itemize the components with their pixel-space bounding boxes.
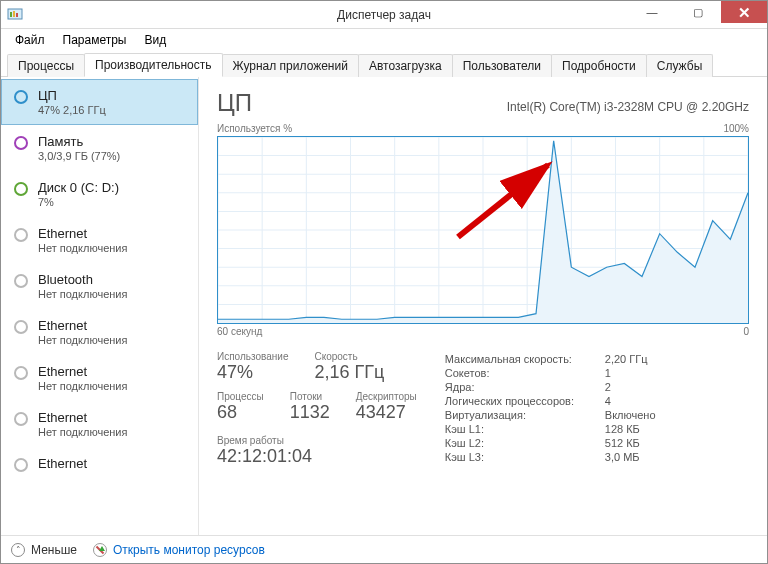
sidebar-item[interactable]: BluetoothНет подключения [1, 263, 198, 309]
sidebar-item-subtitle: 47% 2,16 ГГц [38, 104, 106, 116]
app-icon [7, 6, 23, 22]
virt-value: Включено [605, 409, 656, 421]
svg-rect-3 [16, 13, 18, 17]
tab-app-history[interactable]: Журнал приложений [222, 54, 359, 77]
maxspeed-label: Максимальная скорость: [445, 353, 605, 365]
handles-value: 43427 [356, 402, 417, 423]
sidebar-item-subtitle: 7% [38, 196, 119, 208]
sidebar-item[interactable]: Диск 0 (C: D:)7% [1, 171, 198, 217]
sidebar-item-title: Память [38, 134, 120, 149]
menu-file[interactable]: Файл [7, 31, 53, 49]
menubar: Файл Параметры Вид [1, 29, 767, 51]
stats-left: Использование47% Скорость2,16 ГГц Процес… [217, 351, 417, 467]
sidebar-item[interactable]: Память3,0/3,9 ГБ (77%) [1, 125, 198, 171]
l1-label: Кэш L1: [445, 423, 605, 435]
l2-label: Кэш L2: [445, 437, 605, 449]
maxspeed-value: 2,20 ГГц [605, 353, 648, 365]
cores-value: 2 [605, 381, 611, 393]
sidebar-item-title: Ethernet [38, 226, 127, 241]
chart-xleft: 60 секунд [217, 326, 262, 337]
page-title: ЦП [217, 89, 252, 117]
close-button[interactable]: ✕ [721, 1, 767, 23]
chart-ylabel: Используется % [217, 123, 292, 134]
tab-processes[interactable]: Процессы [7, 54, 85, 77]
main-panel: ЦП Intel(R) Core(TM) i3-2328M CPU @ 2.20… [199, 77, 767, 535]
resource-ring-icon [14, 366, 28, 380]
resource-ring-icon [14, 274, 28, 288]
usage-label: Использование [217, 351, 288, 362]
sidebar-item-subtitle: 3,0/3,9 ГБ (77%) [38, 150, 120, 162]
minimize-button[interactable]: — [629, 1, 675, 23]
cpu-chart[interactable] [217, 136, 749, 324]
sidebar-item-title: Ethernet [38, 410, 127, 425]
resource-ring-icon [14, 320, 28, 334]
window-controls: — ▢ ✕ [629, 1, 767, 23]
logical-label: Логических процессоров: [445, 395, 605, 407]
sidebar-item-title: Ethernet [38, 318, 127, 333]
sidebar-item-subtitle: Нет подключения [38, 334, 127, 346]
threads-value: 1132 [290, 402, 330, 423]
resource-ring-icon [14, 182, 28, 196]
maximize-button[interactable]: ▢ [675, 1, 721, 23]
logical-value: 4 [605, 395, 611, 407]
titlebar: Диспетчер задач — ▢ ✕ [1, 1, 767, 29]
threads-label: Потоки [290, 391, 330, 402]
sidebar-item-title: Ethernet [38, 364, 127, 379]
sidebar-item-title: ЦП [38, 88, 106, 103]
tab-users[interactable]: Пользователи [452, 54, 552, 77]
resource-ring-icon [14, 90, 28, 104]
uptime-value: 42:12:01:04 [217, 446, 417, 467]
sidebar-item[interactable]: EthernetНет подключения [1, 401, 198, 447]
resource-ring-icon [14, 412, 28, 426]
sidebar[interactable]: ЦП47% 2,16 ГГцПамять3,0/3,9 ГБ (77%)Диск… [1, 77, 199, 535]
sidebar-item-subtitle: Нет подключения [38, 242, 127, 254]
sidebar-item[interactable]: ЦП47% 2,16 ГГц [1, 79, 198, 125]
uptime-label: Время работы [217, 435, 417, 446]
cores-label: Ядра: [445, 381, 605, 393]
tab-services[interactable]: Службы [646, 54, 713, 77]
footer: ˄ Меньше Открыть монитор ресурсов [1, 535, 767, 563]
chart-xright: 0 [743, 326, 749, 337]
tab-details[interactable]: Подробности [551, 54, 647, 77]
resource-ring-icon [14, 458, 28, 472]
speed-label: Скорость [314, 351, 384, 362]
content: ЦП47% 2,16 ГГцПамять3,0/3,9 ГБ (77%)Диск… [1, 77, 767, 535]
sidebar-item[interactable]: EthernetНет подключения [1, 309, 198, 355]
l3-value: 3,0 МБ [605, 451, 640, 463]
sidebar-item-title: Bluetooth [38, 272, 127, 287]
stats-right: Максимальная скорость:2,20 ГГц Сокетов:1… [445, 353, 749, 467]
tabbar: Процессы Производительность Журнал прило… [1, 51, 767, 77]
tab-startup[interactable]: Автозагрузка [358, 54, 453, 77]
sidebar-item[interactable]: EthernetНет подключения [1, 355, 198, 401]
menu-view[interactable]: Вид [136, 31, 174, 49]
sidebar-item[interactable]: Ethernet [1, 447, 198, 481]
sockets-value: 1 [605, 367, 611, 379]
cpu-model: Intel(R) Core(TM) i3-2328M CPU @ 2.20GHz [507, 100, 749, 114]
fewer-details-label: Меньше [31, 543, 77, 557]
processes-label: Процессы [217, 391, 264, 402]
sidebar-item-subtitle: Нет подключения [38, 288, 127, 300]
tab-performance[interactable]: Производительность [84, 53, 222, 77]
processes-value: 68 [217, 402, 264, 423]
speed-value: 2,16 ГГц [314, 362, 384, 383]
resource-ring-icon [14, 228, 28, 242]
resmon-icon [93, 543, 107, 557]
sidebar-item-subtitle: Нет подключения [38, 426, 127, 438]
sidebar-item-title: Ethernet [38, 456, 87, 471]
open-resmon-link[interactable]: Открыть монитор ресурсов [93, 543, 265, 557]
svg-rect-2 [13, 11, 15, 17]
window-title: Диспетчер задач [337, 8, 431, 22]
svg-rect-1 [10, 12, 12, 17]
chart-ymax: 100% [723, 123, 749, 134]
open-resmon-label: Открыть монитор ресурсов [113, 543, 265, 557]
l3-label: Кэш L3: [445, 451, 605, 463]
usage-value: 47% [217, 362, 288, 383]
chevron-up-icon: ˄ [11, 543, 25, 557]
virt-label: Виртуализация: [445, 409, 605, 421]
sidebar-item-subtitle: Нет подключения [38, 380, 127, 392]
l1-value: 128 КБ [605, 423, 640, 435]
sidebar-item[interactable]: EthernetНет подключения [1, 217, 198, 263]
menu-options[interactable]: Параметры [55, 31, 135, 49]
fewer-details-button[interactable]: ˄ Меньше [11, 543, 77, 557]
sidebar-item-title: Диск 0 (C: D:) [38, 180, 119, 195]
